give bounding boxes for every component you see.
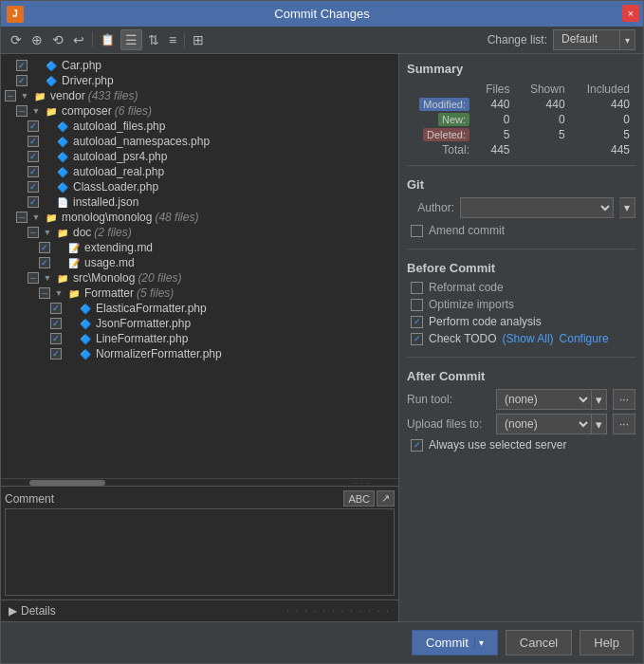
arrow-button[interactable]: ↗ (377, 490, 395, 507)
list-item[interactable]: ─ ▼ 📁 Formatter (5 files) (1, 286, 398, 301)
list-item[interactable]: ✓ 🔷 Driver.php (1, 73, 398, 88)
cancel-button[interactable]: Cancel (506, 630, 572, 655)
author-select-arrow[interactable]: ▾ (619, 197, 635, 218)
list-item[interactable]: ✓ 📄 installed.json (1, 194, 398, 210)
expand-monolog[interactable]: ▼ (30, 212, 42, 223)
dialog-title: Commit Changes (274, 7, 369, 21)
list-item[interactable]: ─ ▼ 📁 doc (2 files) (1, 225, 398, 240)
scrollbar-thumb[interactable] (29, 480, 105, 486)
sort-button[interactable]: ⇅ (144, 30, 163, 49)
list-item[interactable]: ✓ 📝 extending.md (1, 240, 398, 255)
checkbox-lineformatter[interactable]: ✓ (50, 333, 62, 344)
active-button[interactable]: ☰ (120, 29, 142, 50)
always-use-checkbox[interactable]: ✓ (411, 439, 423, 452)
list-item[interactable]: ─ ▼ 📁 src\Monolog (20 files) (1, 270, 398, 286)
row-total-files: 445 (473, 142, 516, 157)
expand-vendor[interactable]: ▼ (19, 90, 30, 101)
author-label: Author: (407, 201, 454, 214)
upload-files-extra-btn[interactable]: ··· (613, 414, 635, 434)
author-select[interactable] (460, 197, 614, 218)
run-tool-select[interactable]: (none) (496, 389, 592, 410)
checkbox-jsonformatter[interactable]: ✓ (50, 318, 62, 329)
clipboard-button[interactable]: 📋 (97, 31, 119, 48)
perform-analysis-checkbox[interactable]: ✓ (411, 316, 423, 328)
configure-link[interactable]: Configure (560, 332, 609, 345)
checkbox-installed[interactable]: ✓ (28, 196, 39, 208)
before-commit-section: Before Commit Reformat code Optimize imp… (407, 249, 635, 349)
reformat-code-checkbox[interactable] (411, 282, 423, 294)
details-expand-icon[interactable]: ▶ (9, 604, 17, 618)
checkbox-autoload-ns[interactable]: ✓ (28, 136, 39, 147)
expand-button[interactable]: ⊞ (189, 30, 208, 49)
filename-elastica: ElasticaFormatter.php (96, 302, 207, 315)
upload-files-select[interactable]: (none) (496, 414, 592, 434)
filename-installed: installed.json (73, 195, 138, 209)
list-item[interactable]: ✓ 🔷 ClassLoader.php (1, 179, 398, 194)
checkbox-autoload-files[interactable]: ✓ (28, 120, 39, 132)
expand-formatter[interactable]: ▼ (53, 287, 64, 299)
summary-table: Files Shown Included Modified: 440 440 (407, 82, 635, 157)
filename-car: Car.php (62, 59, 101, 72)
run-tool-extra-btn[interactable]: ··· (613, 389, 635, 410)
checkbox-composer[interactable]: ─ (16, 105, 28, 117)
change-list-arrow[interactable]: ▾ (619, 29, 635, 50)
close-button[interactable]: × (622, 5, 639, 22)
list-item[interactable]: ✓ 🔷 Car.php (1, 58, 398, 73)
list-item[interactable]: ─ ▼ 📁 composer (6 files) (1, 103, 398, 119)
expand-src-monolog[interactable]: ▼ (42, 272, 53, 284)
checkbox-monolog[interactable]: ─ (16, 212, 28, 223)
expand-composer[interactable]: ▼ (30, 105, 42, 117)
amend-commit-checkbox[interactable] (411, 225, 423, 237)
perform-analysis-row: ✓ Perform code analysis (407, 315, 635, 328)
checkbox-autoload-real[interactable]: ✓ (28, 166, 39, 177)
check-todo-checkbox[interactable]: ✓ (411, 333, 423, 345)
optimize-imports-checkbox[interactable] (411, 299, 423, 311)
redo-button[interactable]: ⟲ (48, 30, 67, 49)
back-button[interactable]: ↩ (69, 30, 88, 49)
reformat-code-row: Reformat code (407, 281, 635, 294)
details-header[interactable]: ▶ Details (9, 604, 56, 618)
run-tool-arrow[interactable]: ▾ (592, 389, 607, 410)
add-button[interactable]: ⊕ (28, 30, 46, 49)
checkbox-elastica[interactable]: ✓ (50, 303, 62, 314)
list-item[interactable]: ✓ 🔷 autoload_psr4.php (1, 149, 398, 164)
row-modified-files: 440 (473, 97, 516, 112)
horizontal-scrollbar[interactable]: · · · (1, 478, 398, 486)
checkbox-usage[interactable]: ✓ (39, 257, 50, 268)
app-logo: J (7, 6, 24, 23)
list-item[interactable]: ✓ 🔷 autoload_files.php (1, 119, 398, 134)
list-item[interactable]: ✓ 🔷 ElasticaFormatter.php (1, 301, 398, 316)
list-item[interactable]: ✓ 🔷 autoload_namespaces.php (1, 134, 398, 149)
filecount-vendor: (433 files) (88, 89, 138, 102)
list-item[interactable]: ✓ 🔷 autoload_real.php (1, 164, 398, 179)
filecount-src-monolog: (20 files) (138, 271, 181, 285)
commit-button[interactable]: Commit ▾ (412, 630, 498, 655)
checkbox-formatter[interactable]: ─ (39, 287, 50, 299)
list-item[interactable]: ─ ▼ 📁 vendor (433 files) (1, 88, 398, 103)
list-item[interactable]: ✓ 🔷 LineFormatter.php (1, 331, 398, 346)
list-item[interactable]: ✓ 🔷 JsonFormatter.php (1, 316, 398, 331)
list-item[interactable]: ─ ▼ 📁 monolog\monolog (48 files) (1, 210, 398, 225)
upload-files-arrow[interactable]: ▾ (592, 414, 607, 434)
checkbox-autoload-psr4[interactable]: ✓ (28, 151, 39, 162)
checkbox-extending[interactable]: ✓ (39, 242, 50, 253)
summary-section: Summary Files Shown Included Mo (407, 62, 635, 157)
row-new-included: 0 (571, 112, 635, 127)
expand-doc[interactable]: ▼ (42, 227, 53, 238)
list-item[interactable]: ✓ 🔷 NormalizerFormatter.php (1, 346, 398, 361)
checkbox-car[interactable]: ✓ (16, 60, 28, 71)
checkbox-src-monolog[interactable]: ─ (28, 272, 39, 284)
show-all-link[interactable]: (Show All) (503, 332, 554, 345)
checkbox-normalizerformatter[interactable]: ✓ (50, 348, 62, 360)
checkbox-classloader[interactable]: ✓ (28, 181, 39, 193)
abc-button[interactable]: ABC (343, 490, 375, 507)
list-item[interactable]: ✓ 📝 usage.md (1, 255, 398, 270)
checkbox-vendor[interactable]: ─ (5, 90, 16, 101)
checkbox-driver[interactable]: ✓ (16, 75, 28, 86)
refresh-button[interactable]: ⟳ (7, 30, 26, 49)
row-modified-label: Modified: (407, 97, 473, 112)
filter-button[interactable]: ≡ (165, 30, 180, 49)
checkbox-doc[interactable]: ─ (28, 227, 39, 238)
help-button[interactable]: Help (580, 630, 634, 655)
comment-input[interactable] (5, 508, 395, 596)
